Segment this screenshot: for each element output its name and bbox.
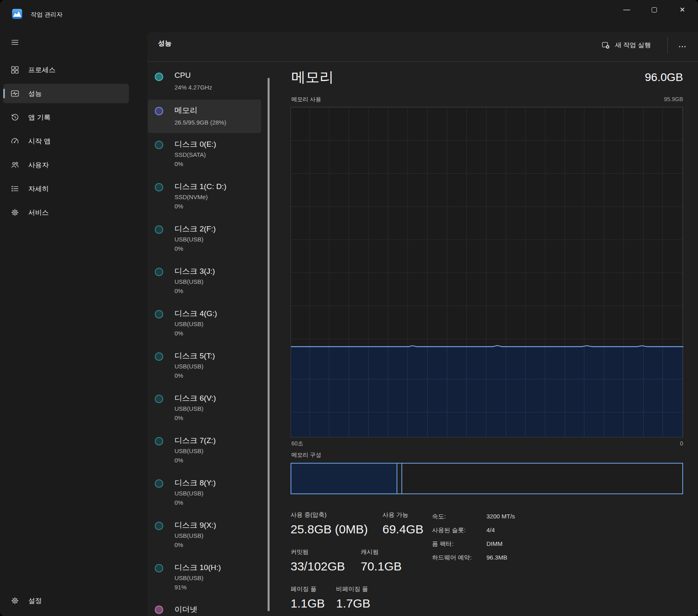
sidebar-item-label: 시작 앱 <box>28 137 51 146</box>
performance-icon <box>10 89 19 98</box>
stat-label: 페이징 풀 <box>291 585 325 593</box>
chart-max-label: 95.9GB <box>602 96 683 102</box>
perf-item-name: 디스크 2(F:) <box>174 224 216 234</box>
list-scrollbar[interactable] <box>268 78 270 611</box>
memory-composition-bar[interactable] <box>291 463 683 494</box>
disk-status-circle-icon <box>155 268 163 276</box>
sidebar-item-processes[interactable]: 프로세스 <box>3 60 129 79</box>
perf-item-usage: 91% <box>174 584 187 591</box>
hamburger-menu-button[interactable] <box>7 35 23 49</box>
perf-item-cpu[interactable]: CPU 24% 4.27GHz <box>148 65 261 98</box>
header-divider <box>667 37 668 53</box>
hamburger-icon <box>10 38 19 47</box>
detail-hardware-reserved: 하드웨어 예약: 96.3MB <box>432 554 507 562</box>
perf-item-detail: USB(USB) <box>174 236 204 243</box>
perf-item-usage: 0% <box>174 287 183 294</box>
more-options-button[interactable]: ... <box>674 37 692 53</box>
perf-item-disk-4[interactable]: 디스크 4(G:) USB(USB) 0% <box>148 304 261 345</box>
maximize-button[interactable] <box>642 0 667 19</box>
perf-item-disk-8[interactable]: 디스크 8(Y:) USB(USB) 0% <box>148 474 261 514</box>
cpu-status-circle-icon <box>155 73 163 81</box>
perf-item-disk-0[interactable]: 디스크 0(E:) SSD(SATA) 0% <box>148 135 261 175</box>
sidebar-item-label: 서비스 <box>28 208 49 217</box>
sidebar-item-settings[interactable]: 설정 <box>3 591 129 610</box>
detail-speed: 속도: 3200 MT/s <box>432 513 515 520</box>
chart-axis-left-label: 60초 <box>291 440 303 447</box>
perf-item-usage: 0% <box>174 541 183 548</box>
memory-usage-line <box>291 343 683 350</box>
perf-item-usage: 0% <box>174 160 183 167</box>
perf-item-ethernet[interactable]: 이더넷 <box>148 601 261 616</box>
stat-cached: 캐시됨 70.1GB <box>361 548 402 573</box>
perf-item-disk-2[interactable]: 디스크 2(F:) USB(USB) 0% <box>148 220 261 260</box>
stat-label: 사용 중(압축) <box>291 511 368 519</box>
detail-label: 속도: <box>432 513 486 520</box>
detail-label: 하드웨어 예약: <box>432 554 486 562</box>
perf-item-disk-1[interactable]: 디스크 1(C: D:) SSD(NVMe) 0% <box>148 177 261 218</box>
sidebar-bottom: 설정 <box>3 591 129 610</box>
sidebar-item-services[interactable]: 서비스 <box>3 203 129 222</box>
detail-label: 사용된 슬롯: <box>432 527 486 534</box>
perf-item-detail: USB(USB) <box>174 532 204 539</box>
stat-value: 69.4GB <box>382 522 424 536</box>
perf-item-detail: USB(USB) <box>174 320 204 327</box>
perf-item-memory[interactable]: 메모리 26.5/95.9GB (28%) <box>148 100 261 133</box>
stat-label: 사용 가능 <box>382 511 424 519</box>
sidebar-item-performance[interactable]: 성능 <box>3 84 129 103</box>
users-icon <box>10 160 19 169</box>
perf-item-name: 디스크 10(H:) <box>174 562 221 573</box>
perf-item-detail: USB(USB) <box>174 574 204 581</box>
new-task-icon <box>601 41 610 50</box>
perf-item-detail: USB(USB) <box>174 278 204 285</box>
sidebar-item-app-history[interactable]: 앱 기록 <box>3 108 129 127</box>
minimize-button[interactable]: — <box>614 0 639 19</box>
disk-status-circle-icon <box>155 141 163 149</box>
perf-item-detail: SSD(NVMe) <box>174 194 208 200</box>
disk-status-circle-icon <box>155 225 163 234</box>
disk-status-circle-icon <box>155 564 163 572</box>
perf-item-disk-10[interactable]: 디스크 10(H:) USB(USB) 91% <box>148 558 261 599</box>
perf-item-disk-5[interactable]: 디스크 5(T:) USB(USB) 0% <box>148 347 261 387</box>
sidebar-item-label: 사용자 <box>28 160 49 170</box>
sidebar-item-startup-apps[interactable]: 시작 앱 <box>3 131 129 151</box>
ethernet-status-circle-icon <box>155 606 163 614</box>
titlebar: 작업 관리자 — ✕ <box>0 0 698 32</box>
perf-item-name: 디스크 1(C: D:) <box>174 181 226 192</box>
disk-status-circle-icon <box>155 183 163 191</box>
perf-item-disk-7[interactable]: 디스크 7(Z:) USB(USB) 0% <box>148 431 261 472</box>
run-new-task-button[interactable]: 새 작업 실행 <box>597 36 655 54</box>
perf-item-name: 디스크 5(T:) <box>174 351 215 361</box>
perf-item-detail: USB(USB) <box>174 405 204 412</box>
stat-available: 사용 가능 69.4GB <box>382 511 424 536</box>
detail-value: 96.3MB <box>486 554 507 562</box>
memory-usage-chart <box>291 107 683 437</box>
disk-status-circle-icon <box>155 437 163 445</box>
sidebar-item-details[interactable]: 자세히 <box>3 179 129 198</box>
perf-item-name: 디스크 7(Z:) <box>174 435 216 446</box>
perf-item-name: 디스크 0(E:) <box>174 139 216 150</box>
perf-item-name: 디스크 4(G:) <box>174 308 217 319</box>
perf-item-usage: 0% <box>174 499 183 506</box>
perf-item-name: 디스크 6(V:) <box>174 393 216 404</box>
task-manager-window: 작업 관리자 — ✕ 프로세스 성능 <box>0 0 698 616</box>
perf-item-disk-6[interactable]: 디스크 6(V:) USB(USB) 0% <box>148 389 261 429</box>
perf-item-usage: 0% <box>174 203 183 210</box>
perf-item-disk-3[interactable]: 디스크 3(J:) USB(USB) 0% <box>148 262 261 302</box>
disk-status-circle-icon <box>155 395 163 403</box>
app-history-icon <box>10 113 19 122</box>
disk-status-circle-icon <box>155 310 163 318</box>
sidebar-item-label: 자세히 <box>28 184 49 194</box>
detail-value: 4/4 <box>486 527 495 534</box>
memory-usage-chart-label: 메모리 사용 <box>291 96 321 103</box>
sidebar-item-users[interactable]: 사용자 <box>3 155 129 175</box>
sidebar-item-label: 프로세스 <box>28 65 56 75</box>
memory-composition-label: 메모리 구성 <box>291 452 321 459</box>
memory-status-circle-icon <box>155 107 163 115</box>
detail-value: 3200 MT/s <box>486 513 515 520</box>
disk-status-circle-icon <box>155 522 163 530</box>
perf-item-name: 디스크 3(J:) <box>174 266 215 277</box>
stat-non-paged-pool: 비페이징 풀 1.7GB <box>336 585 370 610</box>
perf-item-disk-9[interactable]: 디스크 9(X:) USB(USB) 0% <box>148 516 261 556</box>
close-button[interactable]: ✕ <box>670 0 695 19</box>
memory-composition-divider[interactable] <box>401 464 402 493</box>
